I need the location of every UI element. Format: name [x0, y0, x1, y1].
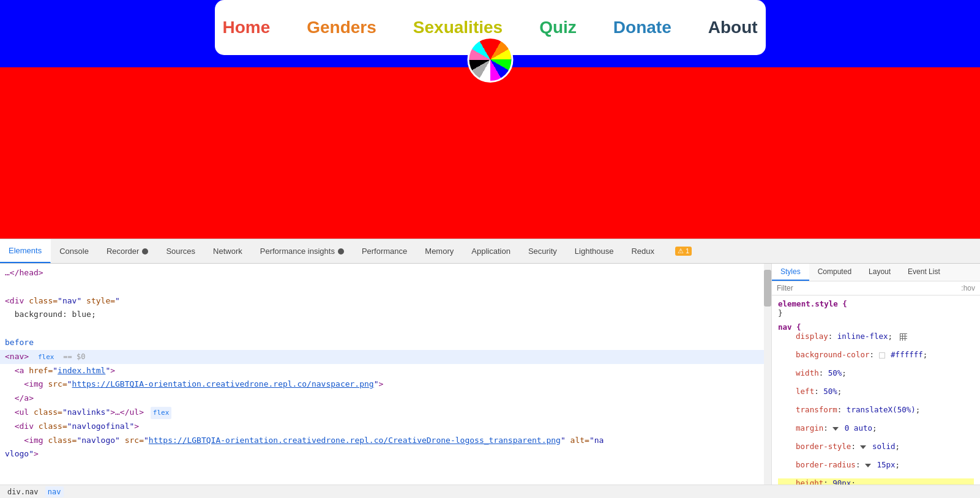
grid-layout-icon[interactable] [900, 333, 907, 341]
breadcrumb-div-nav[interactable]: div.nav [5, 486, 41, 497]
code-line [0, 280, 771, 294]
css-nav-selector: nav { [778, 322, 801, 332]
flex-badge-ul[interactable]: flex [151, 407, 172, 419]
scrollbar[interactable] [764, 264, 771, 485]
nav-item-home[interactable]: Home [222, 18, 270, 37]
tab-redux[interactable]: Redux [623, 239, 664, 263]
color-swatch-white [879, 352, 885, 359]
tab-warning[interactable]: ⚠ 1 [664, 239, 701, 263]
elements-panel[interactable]: …</head> <div class="nav" style=" backgr… [0, 264, 772, 485]
tab-performance[interactable]: Performance [353, 239, 416, 263]
devtools-tabs: Elements Console Recorder Sources Networ… [0, 239, 980, 264]
code-line [0, 322, 771, 336]
devtools-panel: Elements Console Recorder Sources Networ… [0, 239, 980, 498]
nav-item-quiz[interactable]: Quiz [539, 18, 577, 37]
css-prop-transform: transform: translateX(50%); [778, 405, 974, 414]
css-closing-brace: } [778, 308, 783, 318]
tab-sources[interactable]: Sources [157, 239, 204, 263]
tab-layout[interactable]: Layout [860, 264, 899, 281]
nav-link-donate[interactable]: Donate [613, 18, 671, 37]
recorder-dot-icon [142, 248, 148, 255]
tab-styles[interactable]: Styles [772, 264, 809, 281]
css-selector: element.style { [778, 299, 847, 308]
triangle-icon [832, 427, 839, 431]
styles-tabs: Styles Computed Layout Event List [772, 264, 980, 281]
css-prop-border-style: border-style: solid; [778, 442, 974, 451]
tab-lighthouse[interactable]: Lighthouse [566, 239, 623, 263]
tab-memory[interactable]: Memory [416, 239, 463, 263]
nav-link-sexualities[interactable]: Sexualities [413, 18, 503, 37]
performance-dot-icon [338, 248, 344, 255]
nav-item-sexualities[interactable]: Sexualities [413, 18, 503, 37]
devtools-breadcrumb: div.nav nav [0, 485, 980, 498]
code-line: <div class="nav" style=" [0, 294, 771, 308]
flex-badge[interactable]: flex [36, 351, 57, 363]
tab-application[interactable]: Application [463, 239, 520, 263]
styles-content: element.style { } nav { display: inline-… [772, 295, 980, 485]
code-line: <ul class="navlinks">…</ul> flex [0, 406, 771, 420]
code-line: before [0, 336, 771, 350]
css-prop-height: height: 90px; [778, 478, 974, 485]
css-prop-bg-color: background-color: #ffffff; [778, 350, 974, 359]
tab-computed[interactable]: Computed [809, 264, 860, 281]
breadcrumb-separator [41, 488, 45, 496]
css-prop-left: left: 50%; [778, 387, 974, 396]
code-line-selected[interactable]: <nav> flex == $0 [0, 350, 771, 364]
css-prop-display: display: inline-flex; [778, 332, 974, 341]
tab-console[interactable]: Console [51, 239, 98, 263]
css-prop-border-radius: border-radius: 15px; [778, 460, 974, 469]
css-block-nav: nav { display: inline-flex; background-c… [778, 322, 974, 485]
tab-event-list[interactable]: Event List [899, 264, 949, 281]
triangle-icon3 [865, 464, 871, 467]
nav-item-donate[interactable]: Donate [613, 18, 671, 37]
devtools-content: …</head> <div class="nav" style=" backgr… [0, 264, 980, 485]
nav-item-genders[interactable]: Genders [307, 18, 376, 37]
nav-link-quiz[interactable]: Quiz [539, 18, 577, 37]
css-prop-margin: margin: 0 auto; [778, 423, 974, 433]
tab-performance-insights[interactable]: Performance insights [252, 239, 353, 263]
tab-elements[interactable]: Elements [0, 239, 51, 263]
styles-filter-input[interactable] [777, 284, 956, 292]
nav-link-genders[interactable]: Genders [307, 18, 376, 37]
nav-item-about[interactable]: About [708, 18, 758, 37]
code-line: <div class="navlogofinal"> [0, 420, 771, 434]
nav-container: Home Genders Sexualities Quiz Donate Abo… [215, 0, 766, 55]
styles-filter-row: :hov [772, 281, 980, 295]
warning-badge: ⚠ 1 [675, 247, 692, 256]
tab-network[interactable]: Network [204, 239, 252, 263]
tab-recorder[interactable]: Recorder [98, 239, 157, 263]
css-block-element-style: element.style { } [778, 299, 974, 318]
nav-link-home[interactable]: Home [222, 18, 270, 37]
css-prop-width: width: 50%; [778, 368, 974, 377]
breadcrumb-nav[interactable]: nav [45, 486, 64, 497]
code-line: <img src="https://LGBTQIA-orientation.cr… [0, 377, 771, 392]
code-line: background: blue; [0, 308, 771, 322]
triangle-icon2 [860, 445, 866, 449]
code-line: </a> [0, 392, 771, 406]
code-line: …</head> [0, 266, 771, 280]
nav-logo [467, 37, 513, 83]
tab-security[interactable]: Security [520, 239, 566, 263]
scroll-thumb[interactable] [764, 270, 771, 307]
styles-panel: Styles Computed Layout Event List :hov [772, 264, 980, 485]
nav-link-about[interactable]: About [708, 18, 758, 37]
page-preview: Home Genders Sexualities Quiz Donate Abo… [0, 0, 980, 239]
code-line: <img class="navlogo" src="https://LGBTQI… [0, 434, 771, 448]
code-line: <a href="index.html"> [0, 364, 771, 378]
code-line: vlogo"> [0, 447, 771, 461]
red-bar [0, 67, 980, 239]
nav-links: Home Genders Sexualities Quiz Donate Abo… [222, 18, 757, 37]
hov-label: :hov [961, 284, 975, 292]
